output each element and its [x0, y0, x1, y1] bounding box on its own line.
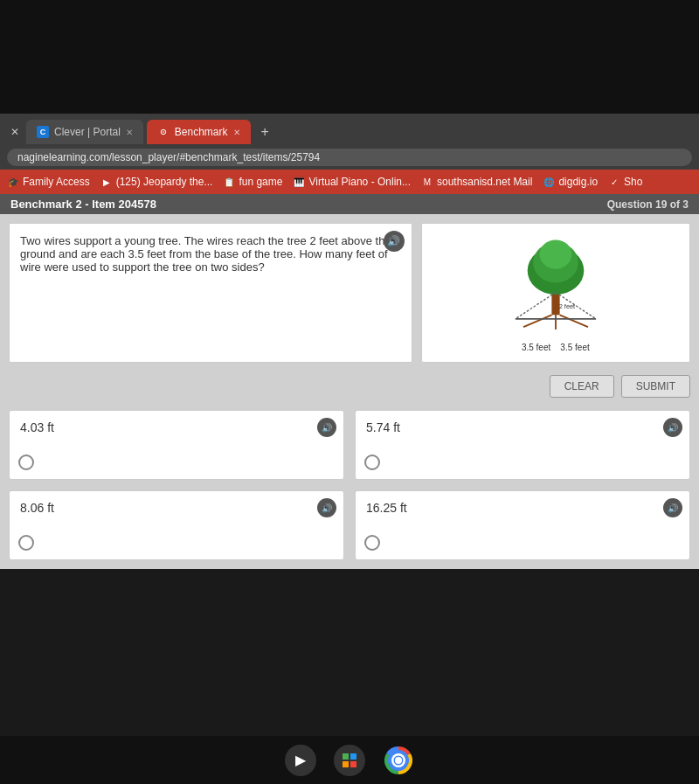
play-icon: ▶ — [295, 752, 306, 768]
answer-b-audio-icon: 🔊 — [668, 423, 678, 433]
tab-benchmark-label: Benchmark — [175, 126, 228, 138]
svg-point-19 — [395, 757, 402, 764]
answer-option-d[interactable]: 16.25 ft 🔊 — [355, 490, 690, 560]
bookmark-digdig[interactable]: 🌐 digdig.io — [543, 176, 598, 188]
tab-benchmark-close[interactable]: ✕ — [233, 128, 240, 137]
grid-svg-icon — [341, 752, 358, 769]
answer-a-label: 4.03 ft — [20, 420, 54, 434]
answer-a-radio[interactable] — [18, 454, 34, 470]
question-text-box: Two wires support a young tree. The wire… — [9, 223, 412, 363]
bookmark-family-access-label: Family Access — [23, 176, 90, 188]
answer-option-a[interactable]: 4.03 ft 🔊 — [9, 410, 344, 480]
svg-rect-13 — [343, 761, 349, 767]
virtual-piano-icon: 🎹 — [293, 176, 305, 188]
tab-clever-label: Clever | Portal — [54, 126, 121, 138]
bookmark-family-access[interactable]: 🎓 Family Access — [7, 176, 90, 188]
svg-line-5 — [559, 315, 587, 327]
answer-b-radio[interactable] — [364, 454, 380, 470]
answer-d-label: 16.25 ft — [366, 501, 407, 515]
address-bar-row: naginelearning.com/lesson_player/#benchm… — [0, 145, 699, 170]
tab-bar: ✕ C Clever | Portal ✕ ⊙ Benchmark ✕ + — [0, 114, 699, 145]
question-counter: Question 19 of 3 — [607, 198, 689, 211]
svg-rect-12 — [350, 753, 356, 760]
image-label-right: 3.5 feet — [560, 343, 589, 352]
image-label-left: 3.5 feet — [522, 343, 550, 352]
svg-line-4 — [523, 315, 551, 327]
bookmark-sho[interactable]: ✓ Sho — [608, 176, 642, 188]
benchmark-header: Benchmark 2 - Item 204578 Question 19 of… — [0, 194, 699, 214]
action-buttons: CLEAR SUBMIT — [9, 371, 690, 401]
benchmark-favicon: ⊙ — [157, 126, 170, 138]
bookmark-jeopardy[interactable]: ▶ (125) Jeopardy the... — [100, 176, 213, 188]
tab-clever[interactable]: C Clever | Portal ✕ — [26, 120, 143, 144]
main-content: Benchmark 2 - Item 204578 Question 19 of… — [0, 194, 699, 569]
bookmark-virtual-piano[interactable]: 🎹 Virtual Piano - Onlin... — [293, 176, 411, 188]
answer-d-audio-button[interactable]: 🔊 — [663, 498, 682, 517]
bookmark-virtual-piano-label: Virtual Piano - Onlin... — [308, 176, 411, 188]
svg-point-3 — [539, 239, 571, 268]
answer-option-c[interactable]: 8.06 ft 🔊 — [9, 490, 344, 560]
taskbar-grid-icon[interactable] — [334, 745, 365, 776]
tab-benchmark[interactable]: ⊙ Benchmark ✕ — [147, 120, 251, 144]
family-access-icon: 🎓 — [7, 176, 19, 188]
answers-grid: 4.03 ft 🔊 5.74 ft 🔊 8.06 ft 🔊 — [9, 410, 690, 560]
answer-d-audio-icon: 🔊 — [668, 503, 678, 513]
bookmark-southsanisd-mail[interactable]: M southsanisd.net Mail — [421, 176, 532, 188]
bookmark-fun-game-label: fun game — [239, 176, 282, 188]
digdig-icon: 🌐 — [543, 176, 555, 188]
benchmark-title: Benchmark 2 - Item 204578 — [10, 198, 156, 211]
svg-text:2 feet: 2 feet — [558, 302, 574, 309]
image-box: 2 feet 3.5 feet 3.5 feet — [421, 223, 690, 363]
tab-clever-close[interactable]: ✕ — [126, 128, 133, 137]
answer-c-audio-button[interactable]: 🔊 — [317, 498, 336, 517]
question-audio-button[interactable]: 🔊 — [384, 231, 405, 252]
bookmark-digdig-label: digdig.io — [558, 176, 598, 188]
taskbar: ▶ — [0, 736, 699, 784]
window-close-button[interactable]: ✕ — [7, 126, 23, 138]
southsanisd-mail-icon: M — [421, 176, 433, 188]
answer-c-radio[interactable] — [18, 535, 34, 551]
svg-rect-11 — [343, 753, 349, 760]
answer-c-audio-icon: 🔊 — [322, 503, 332, 513]
jeopardy-icon: ▶ — [100, 176, 113, 188]
answer-b-label: 5.74 ft — [366, 420, 400, 434]
tree-illustration: 2 feet — [503, 234, 608, 339]
answer-a-audio-button[interactable]: 🔊 — [317, 418, 336, 437]
chrome-svg-icon — [384, 746, 412, 774]
fun-game-icon: 📋 — [223, 176, 235, 188]
clever-favicon: C — [37, 126, 49, 138]
clear-button[interactable]: CLEAR — [550, 375, 614, 398]
new-tab-button[interactable]: + — [254, 122, 276, 142]
bookmark-jeopardy-label: (125) Jeopardy the... — [116, 176, 213, 188]
answer-option-b[interactable]: 5.74 ft 🔊 — [355, 410, 690, 480]
question-text: Two wires support a young tree. The wire… — [20, 234, 391, 274]
question-section: Two wires support a young tree. The wire… — [9, 223, 690, 363]
answer-d-radio[interactable] — [364, 535, 380, 551]
bookmarks-bar: 🎓 Family Access ▶ (125) Jeopardy the... … — [0, 170, 699, 194]
submit-button[interactable]: SUBMIT — [621, 375, 690, 398]
svg-rect-14 — [350, 761, 356, 767]
answer-b-audio-button[interactable]: 🔊 — [663, 418, 682, 437]
image-labels: 3.5 feet 3.5 feet — [522, 343, 590, 352]
sho-icon: ✓ — [608, 176, 620, 188]
content-area: Two wires support a young tree. The wire… — [0, 214, 699, 569]
bookmark-sho-label: Sho — [624, 176, 642, 188]
answer-a-audio-icon: 🔊 — [322, 423, 332, 433]
answer-c-label: 8.06 ft — [20, 501, 54, 515]
bookmark-southsanisd-mail-label: southsanisd.net Mail — [437, 176, 532, 188]
bookmark-fun-game[interactable]: 📋 fun game — [223, 176, 282, 188]
taskbar-chrome-icon[interactable] — [383, 745, 414, 776]
address-bar[interactable]: naginelearning.com/lesson_player/#benchm… — [7, 149, 692, 166]
taskbar-play-icon[interactable]: ▶ — [285, 745, 316, 776]
audio-icon: 🔊 — [387, 235, 400, 247]
